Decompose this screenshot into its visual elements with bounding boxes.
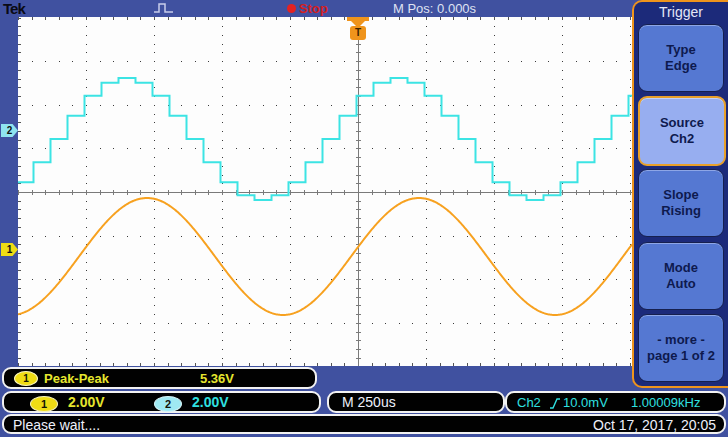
menu-button-mode[interactable]: Mode Auto bbox=[638, 242, 724, 310]
menu-button-value: page 1 of 2 bbox=[647, 348, 715, 364]
waveform-display bbox=[18, 17, 632, 366]
measurement-channel-badge: 1 bbox=[14, 371, 38, 386]
channel-scale-readout-box: 1 2.00V 2 2.00V bbox=[2, 391, 321, 413]
trigger-source-readout: Ch2 bbox=[517, 395, 541, 410]
top-status-bar bbox=[0, 0, 728, 17]
menu-button-source[interactable]: Source Ch2 bbox=[638, 96, 726, 166]
stop-record-icon bbox=[287, 4, 296, 13]
status-message-box: Please wait.... Oct 17, 2017, 20:05 bbox=[2, 414, 726, 434]
menu-button-label: Slope bbox=[663, 187, 698, 203]
measurement-name: Peak-Peak bbox=[44, 371, 109, 386]
acquisition-status: Stop bbox=[299, 1, 328, 16]
measurement-value: 5.36V bbox=[200, 371, 234, 386]
ch1-ground-marker: 1 bbox=[1, 243, 18, 256]
menu-button-value: Auto bbox=[666, 276, 696, 292]
trigger-position-marker: T bbox=[347, 17, 369, 43]
menu-button-label: - more - bbox=[657, 332, 705, 348]
menu-button-label: Source bbox=[660, 115, 704, 131]
menu-button-label: Type bbox=[666, 42, 695, 58]
menu-button-type[interactable]: Type Edge bbox=[638, 24, 724, 92]
trigger-menu-panel: Trigger Type Edge Source Ch2 Slope Risin… bbox=[632, 0, 728, 388]
menu-button-value: Ch2 bbox=[670, 131, 695, 147]
tek-logo: Tek bbox=[3, 0, 25, 17]
rising-slope-icon bbox=[549, 397, 561, 410]
ch1-volts-per-div: 2.00V bbox=[68, 394, 105, 410]
menu-button-value: Rising bbox=[661, 203, 701, 219]
menu-button-value: Edge bbox=[665, 58, 697, 74]
ch1-badge: 1 bbox=[30, 396, 58, 412]
trigger-readout-box: Ch2 10.0mV 1.00009kHz bbox=[505, 391, 726, 413]
datetime-readout: Oct 17, 2017, 20:05 bbox=[593, 417, 716, 433]
status-message: Please wait.... bbox=[13, 417, 100, 433]
acquire-pulse-icon bbox=[153, 2, 175, 14]
timebase-readout: M 250us bbox=[342, 394, 396, 410]
trigger-level-readout: 10.0mV bbox=[563, 395, 608, 410]
trigger-marker-flag: T bbox=[350, 26, 366, 40]
horizontal-position-readout: M Pos: 0.000s bbox=[393, 1, 476, 16]
timebase-readout-box: M 250us bbox=[327, 391, 505, 413]
ch2-badge: 2 bbox=[154, 396, 182, 412]
menu-button-slope[interactable]: Slope Rising bbox=[638, 169, 724, 237]
ch2-volts-per-div: 2.00V bbox=[192, 394, 229, 410]
oscilloscope-screen: Tek Stop M Pos: 0.000s 2 1 T Trigger Typ… bbox=[0, 0, 728, 437]
menu-button-more-pages[interactable]: - more - page 1 of 2 bbox=[638, 314, 724, 382]
menu-title: Trigger bbox=[634, 4, 728, 20]
measurement-readout-box: 1 Peak-Peak 5.36V bbox=[2, 367, 317, 389]
trigger-frequency-readout: 1.00009kHz bbox=[631, 395, 700, 410]
ch2-ground-marker: 2 bbox=[1, 124, 18, 137]
menu-button-label: Mode bbox=[664, 260, 698, 276]
